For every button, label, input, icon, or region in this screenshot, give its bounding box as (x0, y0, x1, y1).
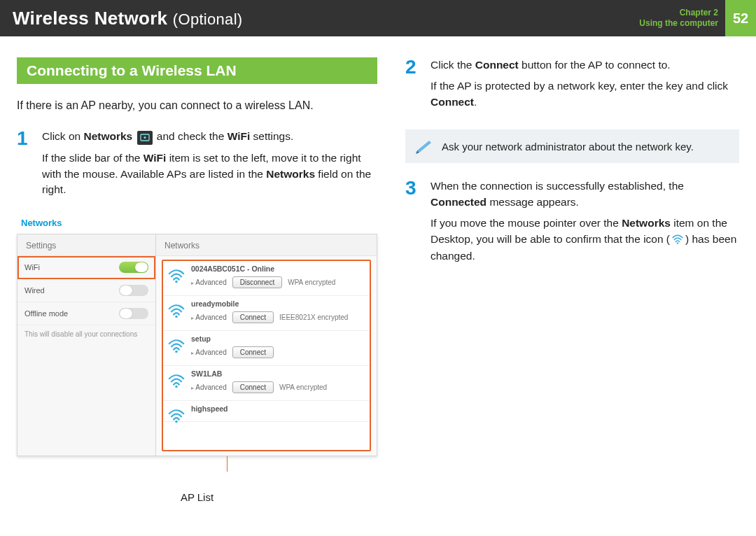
right-column: 2 Click the Connect button for the AP to… (405, 57, 739, 503)
ap-name: SW1LAB (191, 369, 364, 378)
main-header: Networks (156, 234, 377, 256)
networks-list-pane: Networks 0024A5BC051C - Online Advanced … (156, 234, 377, 456)
ap-name: setup (191, 334, 364, 343)
note-callout: Ask your network administrator about the… (405, 129, 739, 163)
step-1-line1: Click on Networks and check the WiFi set… (42, 129, 377, 145)
sidebar-header: Settings (18, 234, 155, 256)
wifi-signal-icon (167, 338, 186, 353)
ap-name: ureadymobile (191, 299, 364, 308)
step-1-number: 1 (17, 129, 34, 203)
page-number: 52 (725, 0, 756, 36)
ap-advanced[interactable]: Advanced (191, 313, 227, 321)
offline-note: This will disable all your connections (18, 325, 155, 339)
wifi-signal-icon (167, 408, 186, 423)
ap-advanced[interactable]: Advanced (191, 383, 227, 391)
wifi-signal-icon (167, 268, 186, 283)
svg-point-7 (677, 242, 678, 244)
panel-title: Networks (21, 218, 377, 228)
ap-item[interactable]: highspeed (163, 401, 370, 422)
header-right: Chapter 2 Using the computer 52 (639, 0, 756, 36)
wifi-label: WiFi (24, 263, 40, 271)
step-3-number: 3 (405, 178, 422, 269)
svg-point-3 (175, 316, 177, 318)
wired-label: Wired (24, 286, 45, 295)
callout-leader (227, 456, 227, 472)
step-1: 1 Click on Networks and check the WiFi s… (17, 129, 377, 203)
ap-encryption: IEEE8021X encrypted (279, 313, 348, 321)
title-suffix: (Optional) (173, 10, 243, 28)
page-title: Wireless Network (Optional) (13, 8, 242, 29)
ap-item[interactable]: ureadymobile Advanced Connect IEEE8021X … (163, 296, 370, 331)
step-2-line2: If the AP is protected by a network key,… (430, 78, 739, 110)
intro-text: If there is an AP nearby, you can connec… (17, 98, 377, 113)
wifi-toggle[interactable] (119, 262, 148, 273)
disconnect-button[interactable]: Disconnect (232, 276, 282, 288)
ap-item[interactable]: 0024A5BC051C - Online Advanced Disconnec… (163, 261, 370, 296)
ap-name: 0024A5BC051C - Online (191, 265, 364, 273)
step-2-number: 2 (405, 57, 422, 115)
page-header: Wireless Network (Optional) Chapter 2 Us… (0, 0, 756, 36)
note-icon (415, 138, 433, 155)
svg-point-2 (175, 281, 177, 283)
ap-encryption: WPA encrypted (279, 383, 327, 391)
wifi-row[interactable]: WiFi (18, 256, 155, 279)
wired-row[interactable]: Wired (18, 279, 155, 302)
ap-item[interactable]: setup Advanced Connect (163, 331, 370, 366)
offline-label: Offline mode (24, 309, 68, 318)
connect-button[interactable]: Connect (232, 381, 274, 393)
chapter-label: Chapter 2 Using the computer (639, 8, 725, 29)
connect-button[interactable]: Connect (232, 346, 274, 358)
offline-toggle[interactable] (119, 308, 148, 319)
networks-icon (137, 131, 153, 145)
connect-button[interactable]: Connect (232, 311, 274, 323)
offline-row[interactable]: Offline mode (18, 302, 155, 325)
step-2: 2 Click the Connect button for the AP to… (405, 57, 739, 115)
networks-panel-wrap: Networks Settings WiFi Wired Offline mod… (17, 218, 377, 503)
step-2-line1: Click the Connect button for the AP to c… (430, 57, 739, 73)
ap-list-caption: AP List (17, 491, 377, 503)
step-1-line2: If the slide bar of the WiFi item is set… (42, 150, 377, 197)
ap-encryption: WPA encrypted (288, 278, 335, 286)
svg-point-4 (175, 351, 177, 353)
step-3-line2: If you move the mouse pointer over the N… (430, 216, 739, 264)
chapter-line1: Chapter 2 (639, 8, 718, 18)
ap-item[interactable]: SW1LAB Advanced Connect WPA encrypted (163, 366, 370, 401)
ap-name: highspeed (191, 404, 364, 413)
chapter-line2: Using the computer (639, 18, 718, 29)
wifi-signal-icon (167, 373, 186, 388)
step-3: 3 When the connection is successfully es… (405, 178, 739, 269)
ap-advanced[interactable]: Advanced (191, 348, 227, 356)
svg-point-6 (175, 421, 177, 423)
note-text: Ask your network administrator about the… (442, 141, 694, 153)
step-3-line1: When the connection is successfully esta… (430, 178, 739, 210)
wifi-icon (671, 233, 684, 248)
wired-toggle[interactable] (119, 285, 148, 296)
left-column: Connecting to a Wireless LAN If there is… (17, 57, 377, 503)
settings-sidebar: Settings WiFi Wired Offline mode This wi… (18, 234, 156, 456)
wifi-signal-icon (167, 303, 186, 318)
ap-advanced[interactable]: Advanced (191, 278, 227, 286)
section-heading: Connecting to a Wireless LAN (17, 57, 377, 84)
svg-point-5 (175, 386, 177, 388)
networks-panel: Settings WiFi Wired Offline mode This wi… (17, 234, 377, 456)
title-main: Wireless Network (13, 8, 167, 29)
ap-list-highlight: 0024A5BC051C - Online Advanced Disconnec… (162, 260, 371, 451)
svg-point-1 (144, 136, 146, 139)
